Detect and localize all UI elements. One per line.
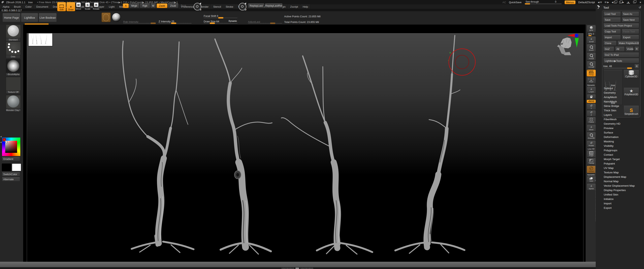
replay-last-button[interactable]: ReplayLast bbox=[248, 4, 264, 8]
camera-lock-button[interactable] bbox=[587, 94, 596, 99]
section-nanomesh[interactable]: NanoMesh bbox=[596, 99, 644, 104]
section-initialize[interactable]: Initialize bbox=[596, 197, 644, 201]
zoom-3d-button[interactable]: Zoom3D bbox=[587, 132, 596, 140]
section-uv-map[interactable]: UV Map bbox=[596, 166, 644, 170]
draw-mode-button[interactable]: + Draw bbox=[66, 2, 75, 11]
brush-preview[interactable] bbox=[102, 13, 111, 22]
rgb-intensity-knob[interactable] bbox=[150, 23, 156, 24]
section-fibermesh[interactable]: FiberMesh bbox=[596, 117, 644, 121]
section-slime-bridge[interactable]: Slime Bridge bbox=[596, 104, 644, 108]
aahalf-button[interactable]: AAHalf bbox=[587, 61, 596, 69]
goz-all-button[interactable]: All bbox=[615, 47, 625, 52]
save-next-button[interactable]: Save Next bbox=[622, 18, 639, 22]
section-arraymesh[interactable]: ArrayMesh bbox=[596, 95, 644, 99]
bottom-scroll-dots-left[interactable] bbox=[281, 268, 294, 269]
document-thumbnail[interactable] bbox=[28, 33, 53, 46]
draw-size-knob[interactable] bbox=[210, 23, 215, 24]
persp-button[interactable]: DynamicPersp bbox=[587, 70, 596, 77]
frame-button[interactable]: Frame bbox=[587, 117, 596, 124]
see-through-knob[interactable] bbox=[525, 3, 530, 5]
current-stroke[interactable]: Dots bbox=[6, 42, 20, 58]
section-contact[interactable]: Contact bbox=[596, 152, 644, 157]
menu-document[interactable]: Document bbox=[34, 5, 50, 9]
save-button[interactable]: Save bbox=[603, 18, 621, 22]
import-tool-button[interactable]: Import bbox=[603, 35, 621, 40]
zoom-button[interactable]: Zoom bbox=[587, 44, 596, 52]
layout-next-icon[interactable]: ▶ bbox=[619, 1, 624, 4]
zadd-chip[interactable]: Zadd bbox=[156, 4, 168, 8]
rotate-y-button[interactable]: ↺Y bbox=[587, 104, 596, 110]
see-through-slider[interactable]: See-through0 bbox=[524, 1, 562, 4]
layout-prev-icon[interactable]: ◀ bbox=[612, 1, 616, 4]
spix-slider[interactable]: SPix 3 bbox=[587, 33, 596, 36]
section-polygroups[interactable]: Polygroups bbox=[596, 148, 644, 152]
zcut-chip[interactable]: Zcut bbox=[179, 4, 188, 8]
scale-mode-button[interactable]: SScale bbox=[84, 3, 90, 10]
color-picker[interactable] bbox=[2, 137, 20, 156]
section-import[interactable]: Import bbox=[596, 201, 644, 206]
close-icon[interactable]: × bbox=[639, 1, 642, 4]
move-mode-button[interactable]: MMove bbox=[76, 3, 82, 10]
menu-stroke[interactable]: Stroke bbox=[224, 5, 236, 9]
tool-index-slider[interactable]: tree. 48 R bbox=[603, 64, 639, 69]
undo-history-icon[interactable]: ◀‖‖ bbox=[598, 1, 602, 4]
redo-history-icon[interactable]: ‖‖▶ bbox=[605, 1, 609, 4]
rgb-intensity-track[interactable] bbox=[123, 23, 155, 24]
camera-head-gizmo[interactable] bbox=[557, 38, 572, 55]
section-texture-map[interactable]: Texture Map bbox=[596, 170, 644, 175]
section-normal-map[interactable]: Normal Map bbox=[596, 179, 644, 183]
current-brush[interactable]: Standard bbox=[6, 25, 20, 41]
menu-light[interactable]: Light bbox=[107, 5, 117, 9]
goz-button[interactable]: GoZ bbox=[603, 47, 614, 52]
adjust-last-knob[interactable] bbox=[270, 23, 275, 24]
live-boolean-button[interactable]: Live Boolean bbox=[39, 13, 57, 22]
section-deformation[interactable]: Deformation bbox=[596, 135, 644, 139]
spix-knob[interactable] bbox=[588, 35, 592, 36]
section-morph-target[interactable]: Morph Target bbox=[596, 157, 644, 161]
focal-shift-track[interactable] bbox=[204, 18, 238, 18]
actual-button[interactable]: Actual bbox=[587, 53, 596, 60]
ghost-button[interactable]: Ghost bbox=[587, 166, 596, 173]
bottom-scroll-dots-right[interactable] bbox=[300, 268, 313, 269]
document-canvas[interactable] bbox=[27, 33, 584, 262]
section-geometry[interactable]: Geometry bbox=[596, 90, 644, 95]
replay-last-rel-button[interactable]: ReplayLastRel bbox=[265, 4, 282, 8]
primary-color-swatch[interactable] bbox=[2, 163, 11, 171]
mrgb-chip[interactable]: Mrgb bbox=[129, 4, 140, 8]
tray-collapse-icon-2[interactable]: ◀ bbox=[0, 141, 2, 144]
transp-button[interactable]: Transp bbox=[587, 158, 596, 165]
section-geometry-hd[interactable]: Geometry HD bbox=[596, 121, 644, 126]
section-export[interactable]: Export bbox=[596, 206, 644, 210]
section-displacement-map[interactable]: Displacement Map bbox=[596, 175, 644, 179]
z-intensity-track[interactable] bbox=[158, 23, 192, 24]
section-subtool[interactable]: Subtool bbox=[596, 86, 644, 90]
menu-alpha[interactable]: Alpha bbox=[0, 5, 12, 9]
clone-button[interactable]: Clone bbox=[603, 41, 617, 46]
section-surface[interactable]: Surface bbox=[596, 130, 644, 135]
dots-replay-selector[interactable]: D bbox=[239, 3, 246, 11]
local-sym-button[interactable]: L.Sym bbox=[587, 87, 596, 94]
floor-button[interactable]: X Y ZFloor bbox=[587, 77, 596, 84]
export-tool-button[interactable]: Export bbox=[622, 35, 639, 40]
move-3d-button[interactable]: Move bbox=[587, 125, 596, 131]
bottom-scroll-grip[interactable] bbox=[296, 267, 299, 269]
draw-size-track[interactable] bbox=[204, 23, 238, 24]
menus-toggle-button[interactable]: Menus bbox=[564, 1, 576, 4]
tray-collapse-icon[interactable]: ◀ bbox=[0, 135, 2, 138]
goz-visible-button[interactable]: Visible bbox=[626, 47, 634, 52]
make-polymesh3d-button[interactable]: Make PolyMesh3D bbox=[618, 41, 639, 46]
alternate-button[interactable]: Alternate bbox=[2, 177, 20, 181]
rotate-xyz-button[interactable]: ↺XYZ bbox=[587, 100, 596, 103]
rotate-z-button[interactable]: ↺Z bbox=[587, 111, 596, 116]
scroll-button[interactable]: Scroll bbox=[587, 37, 596, 44]
section-thick-skin[interactable]: Thick Skin bbox=[596, 108, 644, 113]
menu-help[interactable]: Help bbox=[300, 5, 310, 9]
color-a-chip[interactable]: A bbox=[123, 4, 129, 8]
cylinder3d-tool[interactable]: Cylinder3D bbox=[624, 70, 639, 78]
color-cursor[interactable] bbox=[6, 141, 8, 143]
quicksave-button[interactable]: QuickSave bbox=[509, 1, 522, 4]
tool-reset-icon[interactable]: ↺ bbox=[638, 6, 641, 9]
current-material[interactable]: Monster Clay Ma bbox=[6, 95, 20, 112]
rgb-chip[interactable]: Rgb bbox=[140, 4, 150, 8]
secondary-color-swatch[interactable] bbox=[12, 163, 21, 171]
